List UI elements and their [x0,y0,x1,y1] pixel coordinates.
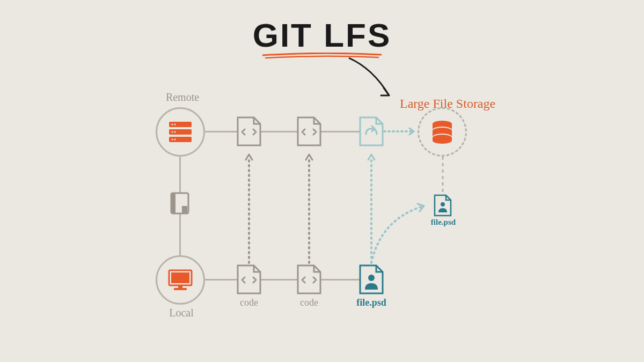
connector-remote-row [205,131,360,132]
dotted-code2-up [307,150,312,263]
svg-point-8 [174,139,176,141]
svg-rect-21 [178,285,182,288]
monitor-icon [167,269,193,291]
svg-point-3 [172,124,173,125]
local-code-file-2 [296,264,322,295]
server-icon [168,121,193,143]
remote-code-file-2 [296,116,322,147]
remote-label: Remote [161,91,204,104]
repository-book-icon [169,191,191,219]
svg-point-23 [368,275,375,281]
local-label: Local [165,307,197,319]
local-code-file-1-label: code [236,297,262,308]
svg-rect-22 [174,288,187,290]
connector-local-row [205,279,360,280]
database-icon [431,120,453,144]
dotted-code1-up [247,150,252,263]
dotted-pointer-to-storage [384,130,422,135]
remote-code-file-1 [236,116,262,147]
svg-point-4 [174,124,176,125]
lfs-stored-file [434,194,452,217]
local-psd-file [358,264,384,295]
local-psd-file-label: file.psd [353,297,390,308]
local-code-file-1 [236,264,262,295]
local-code-file-2-label: code [296,297,322,308]
git-lfs-diagram: Remote [150,91,494,338]
svg-point-16 [441,202,445,206]
dotted-psd-to-stored [370,197,435,267]
svg-point-6 [174,131,176,133]
remote-pointer-file [358,116,384,147]
svg-rect-20 [171,272,189,283]
dashed-storage-to-file [441,157,444,194]
svg-point-5 [172,131,173,133]
remote-server-node [156,107,205,157]
lfs-storage-node [418,107,467,157]
svg-point-7 [172,139,173,141]
svg-rect-18 [171,193,175,213]
local-machine-node [156,255,205,305]
page-title: GIT LFS [253,16,392,54]
